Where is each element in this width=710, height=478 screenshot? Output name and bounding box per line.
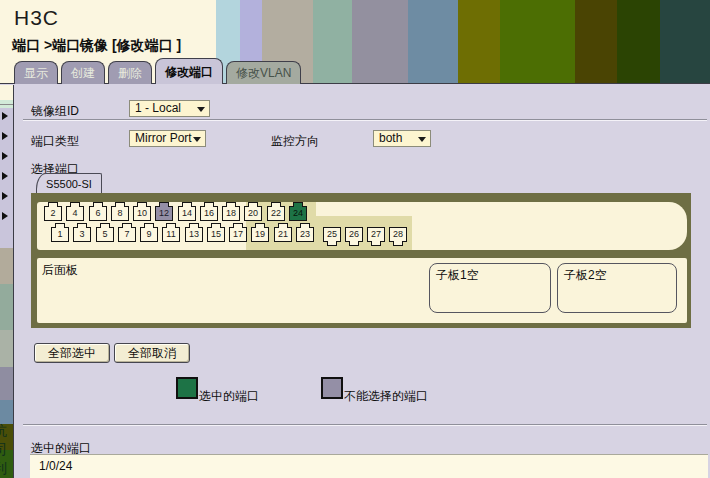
port-7[interactable]: 7 — [118, 227, 136, 242]
legend-unselectable-label: 不能选择的端口 — [344, 388, 428, 405]
selected-ports-output[interactable]: 1/0/24 — [30, 454, 708, 478]
port-18[interactable]: 18 — [222, 206, 240, 221]
port-25[interactable]: 25 — [323, 227, 341, 242]
port-11[interactable]: 11 — [162, 227, 180, 242]
nav-expand-icon[interactable] — [2, 192, 8, 200]
mirror-group-label: 镜像组ID — [31, 103, 79, 120]
strip-segment — [0, 108, 13, 248]
port-type-select[interactable]: Mirror Port — [129, 130, 206, 147]
legend-unselectable-swatch — [321, 377, 343, 399]
port-4[interactable]: 4 — [66, 206, 84, 221]
device-tab-s5500-si[interactable]: S5500-SI — [36, 173, 102, 194]
strip-segment — [0, 85, 13, 100]
legend-selected-label: 选中的端口 — [199, 388, 259, 405]
strip-segment — [0, 100, 13, 108]
front-panel: 2468101214161820222413579111315171921232… — [37, 202, 687, 250]
nav-text-fragment: 利 — [0, 459, 13, 478]
port-22[interactable]: 22 — [267, 206, 285, 221]
tab-create[interactable]: 创建 — [61, 61, 105, 84]
select-all-button[interactable]: 全部选中 — [34, 343, 110, 363]
daughter-board-1: 子板1空 — [429, 263, 551, 313]
port-1[interactable]: 1 — [51, 227, 69, 242]
port-type-value: Mirror Port — [135, 131, 192, 145]
port-17[interactable]: 17 — [229, 227, 247, 242]
tab-show[interactable]: 显示 — [14, 61, 58, 84]
port-28[interactable]: 28 — [389, 227, 407, 242]
mirror-group-select[interactable]: 1 - Local — [129, 100, 210, 117]
port-27[interactable]: 27 — [367, 227, 385, 242]
rear-panel: 后面板 子板1空 子板2空 — [37, 258, 687, 323]
daughter-board-2: 子板2空 — [557, 263, 677, 313]
nav-expand-icon[interactable] — [2, 112, 8, 120]
port-24[interactable]: 24 — [289, 206, 307, 221]
dropdown-arrow-icon — [418, 137, 426, 142]
strip-segment — [0, 248, 13, 284]
port-5[interactable]: 5 — [96, 227, 114, 242]
port-13[interactable]: 13 — [185, 227, 203, 242]
tab-modify-vlan[interactable]: 修改VLAN — [226, 61, 301, 84]
port-26[interactable]: 26 — [345, 227, 363, 242]
button-row: 全部选中 全部取消 — [34, 343, 190, 363]
page: H3C 端口 >端口镜像 [修改端口 ] 显示创建删除修改端口修改VLAN 抗司… — [0, 0, 710, 478]
port-10[interactable]: 10 — [133, 206, 151, 221]
switch-chassis: 2468101214161820222413579111315171921232… — [31, 193, 691, 328]
strip-segment — [0, 367, 13, 400]
divider — [23, 424, 707, 426]
rear-panel-label: 后面板 — [42, 262, 78, 279]
mirror-group-value: 1 - Local — [135, 101, 181, 115]
direction-select[interactable]: both — [373, 130, 431, 147]
tab-bar: 显示创建删除修改端口修改VLAN — [14, 0, 301, 84]
port-type-label: 端口类型 — [31, 133, 79, 150]
direction-value: both — [379, 131, 402, 145]
port-9[interactable]: 9 — [140, 227, 158, 242]
nav-expand-icon[interactable] — [2, 152, 8, 160]
direction-label: 监控方向 — [271, 133, 319, 150]
left-nav-text-fragments: 抗司利 — [0, 421, 13, 478]
legend-selected-swatch — [176, 377, 198, 399]
port-8[interactable]: 8 — [111, 206, 129, 221]
nav-expand-icon[interactable] — [2, 172, 8, 180]
strip-segment — [0, 284, 13, 330]
cancel-all-button[interactable]: 全部取消 — [114, 343, 190, 363]
divider — [23, 119, 707, 121]
nav-arrow-column — [2, 112, 8, 232]
top-banner: H3C 端口 >端口镜像 [修改端口 ] 显示创建删除修改端口修改VLAN — [0, 0, 710, 84]
port-23[interactable]: 23 — [296, 227, 314, 242]
dropdown-arrow-icon — [193, 137, 201, 142]
port-14[interactable]: 14 — [178, 206, 196, 221]
port-3[interactable]: 3 — [73, 227, 91, 242]
dropdown-arrow-icon — [197, 107, 205, 112]
nav-text-fragment: 抗 — [0, 421, 13, 440]
content-panel: 镜像组ID 1 - Local 端口类型 Mirror Port 监控方向 bo… — [13, 85, 710, 478]
nav-expand-icon[interactable] — [2, 212, 8, 220]
nav-text-fragment: 司 — [0, 440, 13, 459]
tab-delete[interactable]: 删除 — [108, 61, 152, 84]
left-nav-strip: 抗司利 — [0, 85, 13, 478]
port-20[interactable]: 20 — [244, 206, 262, 221]
nav-expand-icon[interactable] — [2, 132, 8, 140]
strip-segment — [0, 330, 13, 367]
port-16[interactable]: 16 — [200, 206, 218, 221]
port-6[interactable]: 6 — [89, 206, 107, 221]
port-2[interactable]: 2 — [44, 206, 62, 221]
port-12[interactable]: 12 — [155, 206, 173, 221]
tab-modify-port[interactable]: 修改端口 — [155, 58, 223, 84]
port-19[interactable]: 19 — [251, 227, 269, 242]
port-21[interactable]: 21 — [274, 227, 292, 242]
port-15[interactable]: 15 — [207, 227, 225, 242]
